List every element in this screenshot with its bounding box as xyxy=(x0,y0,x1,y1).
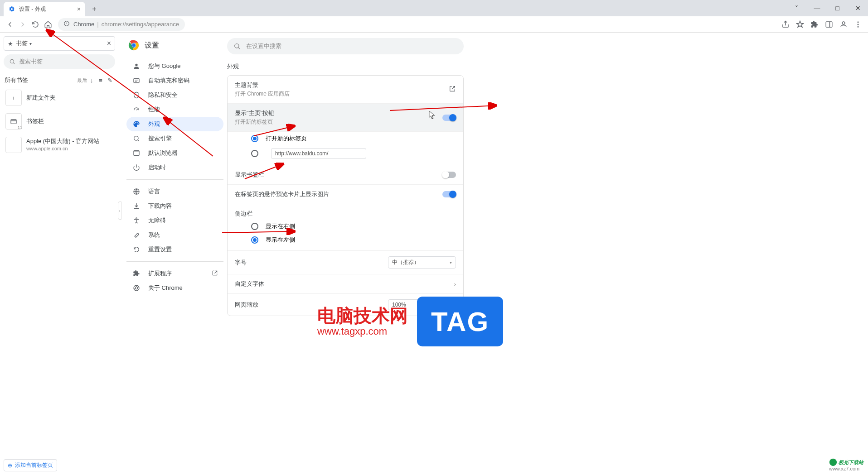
nav-you-google[interactable]: 您与 Google xyxy=(126,59,223,73)
nav-default-browser[interactable]: 默认浏览器 xyxy=(126,146,223,160)
custom-fonts-row[interactable]: 自定义字体 › xyxy=(228,274,463,294)
add-current-tab-button[interactable]: ⊕ 添加当前标签页 xyxy=(4,459,57,471)
close-icon[interactable]: × xyxy=(77,5,81,13)
nav-appearance[interactable]: 外观 xyxy=(126,117,223,131)
bookmarks-bar-row[interactable]: 显示书签栏 xyxy=(228,165,463,185)
home-custom-url-radio[interactable] xyxy=(228,145,463,165)
side-panel-right-radio[interactable]: 显示在右侧 xyxy=(228,220,463,233)
caret-down-icon[interactable]: ˅ xyxy=(786,0,807,16)
bookmarks-bar-folder[interactable]: 11 书签栏 xyxy=(4,110,115,133)
settings-title: 设置 xyxy=(145,41,159,50)
svg-point-3 xyxy=(842,22,845,24)
nav-performance[interactable]: 性能 xyxy=(126,102,223,117)
hover-cards-row[interactable]: 在标签页的悬停预览卡片上显示图片 xyxy=(228,185,463,204)
bookmark-star-icon[interactable] xyxy=(794,18,806,31)
menu-icon[interactable] xyxy=(852,18,864,31)
bookmark-item-apple[interactable]: Apple (中国大陆) - 官方网站 www.apple.com.cn xyxy=(4,133,115,157)
home-button[interactable] xyxy=(42,18,54,31)
nav-privacy[interactable]: 隐私和安全 xyxy=(126,88,223,102)
wrench-icon xyxy=(132,231,141,239)
home-button-row[interactable]: 显示"主页"按钮 打开新的标签页 xyxy=(228,104,463,132)
panel-resize-handle[interactable]: ‹ xyxy=(118,202,121,220)
browser-toolbar: Chrome | chrome://settings/appearance xyxy=(0,16,868,33)
edit-icon[interactable]: ✎ xyxy=(105,77,114,84)
accessibility-icon xyxy=(132,217,141,224)
side-panel-left-radio[interactable]: 显示在左侧 xyxy=(228,233,463,251)
minimize-button[interactable]: — xyxy=(807,0,827,16)
sort-label[interactable]: 最后 xyxy=(77,77,87,84)
back-button[interactable] xyxy=(4,18,16,31)
nav-reset[interactable]: 重置设置 xyxy=(126,242,223,257)
external-link-icon xyxy=(449,85,456,94)
plus-circle-icon: ⊕ xyxy=(8,462,12,469)
nav-system[interactable]: 系统 xyxy=(126,228,223,242)
section-title: 外观 xyxy=(227,62,868,71)
apple-favicon xyxy=(5,137,22,153)
plus-icon: + xyxy=(5,90,22,106)
close-panel-icon[interactable]: × xyxy=(107,39,111,48)
svg-point-5 xyxy=(858,24,859,25)
search-bookmarks-input[interactable]: 搜索书签 xyxy=(4,54,115,69)
nav-accessibility[interactable]: 无障碍 xyxy=(126,213,223,228)
new-tab-button[interactable]: + xyxy=(88,3,101,15)
address-bar[interactable]: Chrome | chrome://settings/appearance xyxy=(58,18,185,31)
font-size-row[interactable]: 字号 中（推荐）▾ xyxy=(228,251,463,274)
share-icon[interactable] xyxy=(779,18,792,31)
folder-icon: 11 xyxy=(5,113,22,130)
nav-autofill[interactable]: 自动填充和密码 xyxy=(126,73,223,88)
nav-extensions[interactable]: 扩展程序 xyxy=(126,266,223,281)
search-settings-input[interactable]: 在设置中搜索 xyxy=(227,38,464,54)
nav-about[interactable]: 关于 Chrome xyxy=(126,281,223,295)
font-size-select[interactable]: 中（推荐）▾ xyxy=(388,256,456,269)
hover-cards-toggle[interactable] xyxy=(442,191,456,197)
autofill-icon xyxy=(132,77,141,84)
chrome-icon xyxy=(132,284,141,292)
download-icon xyxy=(132,202,141,210)
nav-downloads[interactable]: 下载内容 xyxy=(126,199,223,213)
radio-off-icon xyxy=(251,150,258,157)
person-icon xyxy=(132,62,141,70)
theme-row[interactable]: 主题背景 打开 Chrome 应用商店 xyxy=(228,76,463,104)
maximize-button[interactable]: □ xyxy=(827,0,848,16)
forward-button[interactable] xyxy=(16,18,29,31)
browser-tab[interactable]: 设置 - 外观 × xyxy=(4,2,85,16)
reload-button[interactable] xyxy=(29,18,42,31)
new-folder-item[interactable]: + 新建文件夹 xyxy=(4,86,115,110)
svg-point-26 xyxy=(235,44,239,48)
home-button-toggle[interactable] xyxy=(442,115,456,121)
window-controls: ˅ — □ ✕ xyxy=(786,0,868,16)
chevron-down-icon: ▾ xyxy=(450,260,452,265)
bookmarks-side-panel: ★ 书签 ▾ × 搜索书签 所有书签 最后 ↓ ≡ ✎ + 新建文件夹 11 书… xyxy=(0,33,119,475)
bookmarks-bar-toggle[interactable] xyxy=(442,172,456,178)
side-panel-icon[interactable] xyxy=(823,18,835,31)
svg-point-19 xyxy=(134,136,138,140)
nav-search-engine[interactable]: 搜索引擎 xyxy=(126,131,223,146)
url-scheme: Chrome xyxy=(73,21,94,28)
svg-rect-1 xyxy=(826,22,832,27)
svg-point-4 xyxy=(858,21,859,23)
view-icon[interactable]: ≡ xyxy=(96,77,105,84)
tab-strip: 设置 - 外观 × + ˅ — □ ✕ xyxy=(0,0,868,16)
svg-rect-15 xyxy=(134,78,139,82)
home-newtab-radio[interactable]: 打开新的标签页 xyxy=(228,132,463,145)
nav-language[interactable]: 语言 xyxy=(126,184,223,199)
sort-icon[interactable]: ↓ xyxy=(87,77,96,84)
svg-point-25 xyxy=(135,287,137,289)
site-info-icon[interactable] xyxy=(63,20,70,28)
chrome-logo-icon xyxy=(128,40,139,51)
nav-startup[interactable]: 启动时 xyxy=(126,160,223,175)
extensions-icon[interactable] xyxy=(808,18,821,31)
close-window-button[interactable]: ✕ xyxy=(848,0,868,16)
puzzle-icon xyxy=(132,270,141,277)
side-panel-label: 侧边栏 xyxy=(228,204,463,220)
panel-title: 书签 xyxy=(16,39,28,48)
reset-icon xyxy=(132,246,141,253)
home-url-input[interactable] xyxy=(271,148,366,159)
chevron-down-icon[interactable]: ▾ xyxy=(29,41,32,46)
svg-point-13 xyxy=(132,44,136,47)
profile-icon[interactable] xyxy=(837,18,850,31)
power-icon xyxy=(132,164,141,171)
shield-icon xyxy=(132,91,141,99)
search-icon xyxy=(233,43,241,50)
search-icon xyxy=(9,58,15,65)
